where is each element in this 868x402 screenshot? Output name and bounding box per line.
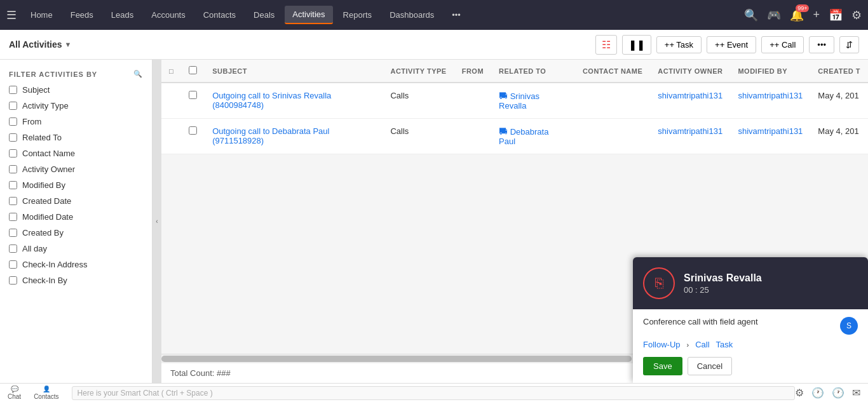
filter-all-day-checkbox[interactable] [9,245,17,253]
filter-created-date[interactable]: Created Date [0,193,152,209]
cell-modified-by-1: shivamtripathi131 [730,83,810,119]
filter-check-in-address-checkbox[interactable] [9,260,17,269]
settings-icon[interactable]: ⚙ [851,8,862,22]
view-title[interactable]: All Activities ▼ [9,39,71,50]
add-event-button[interactable]: + + Event [707,36,756,53]
cell-related-to-2: ⛟ Debabrata Paul [491,119,575,154]
nav-accounts[interactable]: Accounts [144,6,193,23]
col-created[interactable]: CREATED T [810,60,868,83]
add-task-button[interactable]: + + Task [656,36,702,53]
col-subject[interactable]: SUBJECT [205,60,383,83]
filter-activity-owner[interactable]: Activity Owner [0,161,152,177]
filter-subject-checkbox[interactable] [9,86,17,94]
nav-feeds[interactable]: Feeds [63,6,101,23]
contacts-tab[interactable]: 👤 Contacts [34,385,58,400]
modified-by-link-2[interactable]: shivamtripathi131 [738,126,803,136]
cell-subject-2: Outgoing call to Debabrata Paul (9711518… [205,119,383,154]
col-related-to[interactable]: RELATED TO [491,60,575,83]
col-contact-name[interactable]: CONTACT NAME [575,60,650,83]
nav-dashboards[interactable]: Dashboards [382,6,442,23]
phone-icon: ⎘ [655,275,663,291]
filter-all-day[interactable]: All day [0,241,152,257]
column-view-icon[interactable]: ❚❚ [622,35,651,55]
filter-contact-name[interactable]: Contact Name [0,145,152,161]
call-description: Conference call with field agent [643,317,758,326]
scrollbar-thumb[interactable] [161,356,632,362]
filter-subject[interactable]: Subject [0,82,152,98]
filter-header: FILTER ACTIVITIES BY 🔍 [0,66,152,82]
filter-created-by-checkbox[interactable] [9,229,17,237]
cancel-button[interactable]: Cancel [688,357,732,375]
nav-reports[interactable]: Reports [336,6,380,23]
call-popup-actions: Save Cancel [643,357,858,375]
gamepad-icon[interactable]: 🎮 [767,8,781,22]
follow-up-link[interactable]: Follow-Up [643,340,681,349]
filter-activity-type-checkbox[interactable] [9,102,17,110]
cell-check-1 [181,83,205,119]
calendar-icon[interactable]: 📅 [829,8,843,22]
chat-tab[interactable]: 💬 Chat [8,385,21,400]
call-link[interactable]: Call [695,340,709,349]
chat-icon: 💬 [11,385,18,392]
row-2-checkbox[interactable] [189,126,197,135]
select-all-checkbox[interactable] [189,66,197,74]
save-button[interactable]: Save [643,357,682,375]
task-link[interactable]: Task [716,340,733,349]
filter-activity-type[interactable]: Activity Type [0,98,152,114]
col-activity-type[interactable]: ACTIVITY TYPE [383,60,454,83]
activity-owner-link-1[interactable]: shivamtripathi131 [658,91,722,100]
menu-icon[interactable]: ☰ [6,8,17,22]
nav-leads[interactable]: Leads [104,6,141,23]
subject-link-1[interactable]: Outgoing call to Srinivas Revalla (84009… [212,91,331,110]
filter-check-in-address[interactable]: Check-In Address [0,257,152,272]
filter-contact-name-checkbox[interactable] [9,149,17,157]
filter-related-to[interactable]: Related To [0,130,152,145]
search-icon[interactable]: 🔍 [744,8,758,22]
filter-modified-by[interactable]: Modified By [0,177,152,193]
modified-by-link-1[interactable]: shivamtripathi131 [738,91,803,100]
call-popup-header: ⎘ Srinivas Revalla 00 : 25 [633,257,868,309]
notification-icon[interactable]: 🔔 99+ [790,8,804,22]
nav-deals[interactable]: Deals [246,6,282,23]
filter-from[interactable]: From [0,114,152,130]
col-modified-by[interactable]: MODIFIED BY [730,60,810,83]
col-checkbox [181,60,205,83]
filter-check-in-by-checkbox[interactable] [9,276,17,285]
nav-activities[interactable]: Activities [285,6,332,24]
timer-icon[interactable]: 🕐 [832,387,844,399]
cell-contact-name-2 [575,119,650,154]
add-icon[interactable]: + [813,8,820,22]
filter-created-by[interactable]: Created By [0,225,152,241]
row-1-checkbox[interactable] [189,91,197,99]
notification-badge: 99+ [796,4,809,12]
filter-check-in-by[interactable]: Check-In By [0,272,152,288]
content-area: □ SUBJECT ACTIVITY TYPE FROM RELATED TO … [161,60,868,383]
filter-related-to-checkbox[interactable] [9,133,17,142]
clock-icon[interactable]: 🕐 [811,387,824,399]
smart-chat-input[interactable]: Here is your Smart Chat ( Ctrl + Space ) [72,386,795,400]
list-view-icon[interactable]: ☷ [595,35,617,55]
add-call-button[interactable]: + + Call [761,36,804,53]
nav-home[interactable]: Home [23,6,60,23]
expand-icon[interactable]: □ [169,67,173,75]
col-activity-owner[interactable]: ACTIVITY OWNER [650,60,730,83]
message-icon[interactable]: ✉ [852,387,860,399]
col-from[interactable]: FROM [454,60,491,83]
sort-icon[interactable]: ⇵ [839,36,859,53]
filter-sidebar: FILTER ACTIVITIES BY 🔍 Subject Activity … [0,60,153,383]
filter-activity-owner-checkbox[interactable] [9,165,17,173]
activity-owner-link-2[interactable]: shivamtripathi131 [658,126,722,136]
filter-from-checkbox[interactable] [9,117,17,126]
sidebar-collapse-handle[interactable]: ‹ [153,60,161,383]
filter-modified-date[interactable]: Modified Date [0,209,152,225]
nav-contacts[interactable]: Contacts [196,6,243,23]
more-options-button[interactable]: ••• [809,36,834,53]
subject-link-2[interactable]: Outgoing call to Debabrata Paul (9711518… [212,126,329,145]
filter-created-date-checkbox[interactable] [9,197,17,205]
nav-more[interactable]: ••• [444,6,468,23]
call-timer: 00 : 25 [684,285,762,295]
search-filter-icon[interactable]: 🔍 [133,70,143,78]
filter-modified-by-checkbox[interactable] [9,181,17,189]
filter-modified-date-checkbox[interactable] [9,213,17,221]
settings-status-icon[interactable]: ⚙ [795,387,804,399]
